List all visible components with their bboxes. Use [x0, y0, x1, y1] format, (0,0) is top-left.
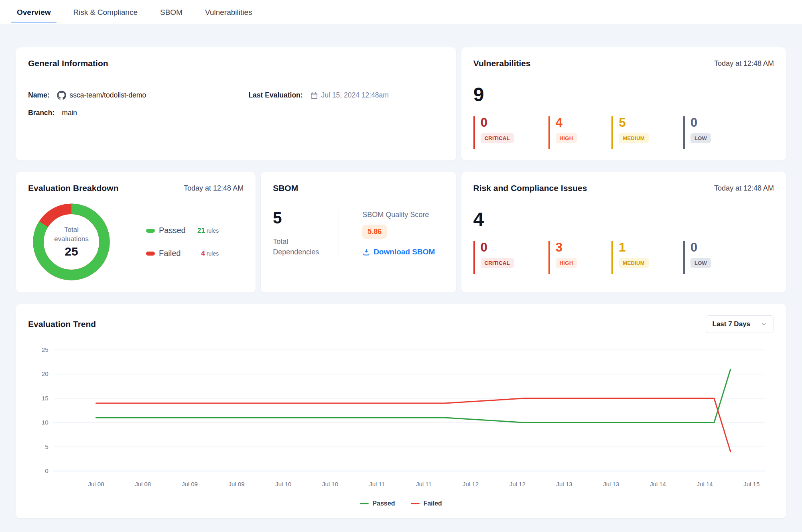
svg-text:0: 0	[45, 467, 48, 474]
passed-swatch	[146, 229, 155, 233]
svg-text:Jul 15: Jul 15	[743, 481, 759, 487]
download-sbom-label: Download SBOM	[374, 248, 435, 256]
svg-text:5: 5	[45, 443, 48, 450]
severity-critical: 0 CRITICAL	[473, 241, 514, 274]
trend-failed-label: Failed	[423, 500, 442, 507]
failed-count: 4	[201, 250, 205, 257]
svg-text:20: 20	[42, 370, 49, 377]
tab-bar: Overview Risk & Compliance SBOM Vulnerab…	[0, 0, 802, 25]
branch-label: Branch:	[28, 109, 55, 117]
failed-label: Failed	[159, 249, 197, 258]
high-count: 3	[556, 241, 577, 254]
risk-compliance-total: 4	[473, 210, 774, 229]
severity-high: 4 HIGH	[548, 116, 577, 149]
sbom-quality-score: 5.86	[362, 225, 387, 239]
svg-text:Jul 12: Jul 12	[510, 481, 526, 487]
svg-text:Jul 12: Jul 12	[463, 481, 479, 487]
failed-line-swatch	[411, 503, 420, 504]
dashboard-page: General Information Name: ssca-team/todo…	[0, 25, 802, 518]
critical-count: 0	[481, 241, 514, 254]
github-icon	[57, 91, 66, 100]
sbom-title: SBOM	[273, 183, 298, 193]
tab-vulnerabilities-label: Vulnerabilities	[205, 8, 252, 17]
evaluation-trend-chart: 0510152025Jul 08Jul 08Jul 09Jul 09Jul 10…	[28, 339, 774, 499]
medium-count: 5	[619, 116, 649, 130]
repo-name-value: ssca-team/todolist-demo	[70, 91, 146, 99]
name-label: Name:	[28, 91, 50, 99]
evaluation-trend-title: Evaluation Trend	[28, 319, 96, 329]
low-badge: LOW	[690, 258, 711, 268]
medium-badge: MEDIUM	[619, 258, 649, 268]
svg-text:25: 25	[42, 346, 49, 353]
branch-value: main	[62, 109, 77, 117]
evaluation-legend: Passed 21rules Failed 4rules	[146, 226, 219, 258]
trend-legend: Passed Failed	[28, 500, 774, 507]
svg-text:Jul 11: Jul 11	[369, 481, 385, 487]
repo-name-row: Name: ssca-team/todolist-demo	[28, 91, 248, 100]
evaluation-trend-card: Evaluation Trend Last 7 Days 0510152025J…	[16, 304, 786, 518]
failed-swatch	[146, 252, 155, 256]
last-evaluation-value: Jul 15, 2024 12:48am	[321, 91, 389, 99]
chevron-down-icon	[761, 321, 767, 327]
sbom-divider	[339, 211, 339, 257]
tab-sbom-label: SBOM	[160, 8, 183, 17]
tab-sbom[interactable]: SBOM	[154, 0, 188, 24]
last-evaluation-row: Last Evaluation: Jul 15, 2024 12:48am	[248, 91, 444, 100]
tab-vulnerabilities[interactable]: Vulnerabilities	[199, 0, 258, 24]
severity-low: 0 LOW	[683, 241, 711, 274]
risk-compliance-card: Risk and Compliance Issues Today at 12:4…	[461, 172, 786, 292]
vulnerabilities-title: Vulnerabilities	[473, 59, 531, 68]
legend-item-failed: Failed 4rules	[146, 249, 219, 258]
svg-text:Jul 08: Jul 08	[88, 481, 104, 487]
passed-label: Passed	[159, 226, 197, 235]
download-icon	[362, 248, 370, 256]
low-badge: LOW	[690, 133, 711, 143]
svg-text:Jul 10: Jul 10	[275, 481, 291, 487]
svg-text:Jul 13: Jul 13	[556, 481, 572, 487]
high-badge: HIGH	[556, 133, 577, 143]
sbom-quality-label: SBOM Quality Score	[362, 211, 435, 219]
severity-critical: 0 CRITICAL	[473, 116, 514, 149]
general-information-card: General Information Name: ssca-team/todo…	[16, 47, 456, 160]
date-range-selector[interactable]: Last 7 Days	[706, 315, 774, 333]
repo-link[interactable]: ssca-team/todolist-demo	[57, 91, 146, 100]
severity-low: 0 LOW	[683, 116, 711, 149]
svg-text:Jul 14: Jul 14	[650, 481, 666, 487]
risk-compliance-title: Risk and Compliance Issues	[473, 183, 587, 193]
passed-line-swatch	[360, 503, 369, 504]
critical-count: 0	[481, 116, 514, 130]
tab-risk-compliance[interactable]: Risk & Compliance	[68, 0, 144, 24]
trend-legend-failed: Failed	[411, 500, 442, 507]
low-count: 0	[690, 116, 711, 130]
medium-count: 1	[619, 241, 649, 254]
severity-medium: 1 MEDIUM	[611, 241, 649, 274]
legend-item-passed: Passed 21rules	[146, 226, 219, 235]
download-sbom-link[interactable]: Download SBOM	[362, 248, 435, 256]
date-range-value: Last 7 Days	[713, 320, 751, 328]
calendar-icon	[310, 91, 318, 99]
passed-unit: rules	[207, 227, 219, 234]
medium-badge: MEDIUM	[619, 133, 649, 143]
passed-count: 21	[197, 227, 205, 234]
general-information-title: General Information	[28, 59, 108, 68]
vulnerabilities-total: 9	[473, 85, 774, 104]
svg-text:Jul 10: Jul 10	[322, 481, 338, 487]
last-evaluation-label: Last Evaluation:	[248, 91, 303, 99]
sbom-total-dependencies: 5	[273, 210, 339, 226]
evaluation-breakdown-timestamp: Today at 12:48 AM	[184, 184, 244, 193]
severity-medium: 5 MEDIUM	[611, 116, 649, 149]
high-count: 4	[556, 116, 577, 130]
evaluation-donut-chart: Total evaluations 25	[32, 203, 111, 281]
svg-text:10: 10	[42, 419, 49, 426]
trend-legend-passed: Passed	[360, 500, 395, 507]
svg-text:15: 15	[42, 395, 49, 402]
vulnerabilities-card: Vulnerabilities Today at 12:48 AM 9 0 CR…	[461, 47, 786, 160]
critical-badge: CRITICAL	[481, 133, 514, 143]
evaluation-breakdown-title: Evaluation Breakdown	[28, 183, 118, 193]
severity-high: 3 HIGH	[548, 241, 577, 274]
sbom-total-label: Total Dependencies	[273, 236, 325, 257]
critical-badge: CRITICAL	[481, 258, 514, 268]
donut-center-total: 25	[65, 245, 78, 258]
svg-text:Jul 14: Jul 14	[697, 481, 713, 487]
tab-overview[interactable]: Overview	[11, 0, 57, 24]
